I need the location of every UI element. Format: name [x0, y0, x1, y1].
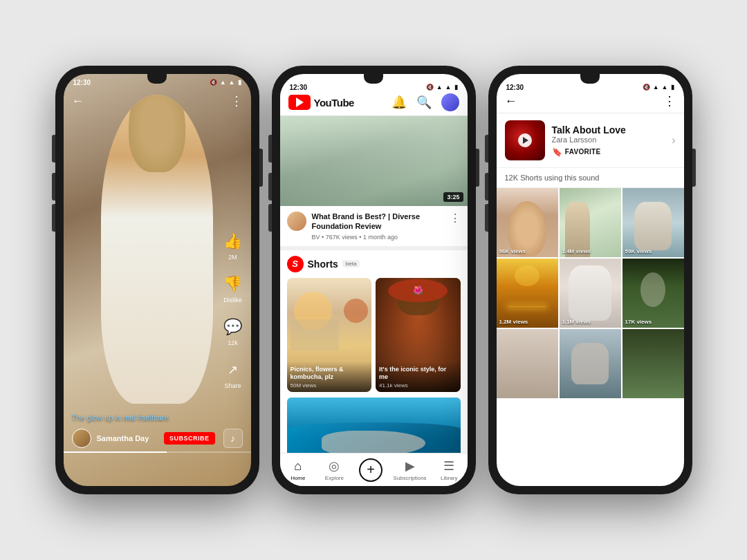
youtube-play-icon	[296, 97, 304, 107]
shorts-top-bar: ← ⋮	[64, 91, 251, 109]
grid-video-8[interactable]	[560, 329, 621, 398]
sig-icon-3: ▲	[653, 84, 659, 91]
youtube-logo-text: YouTube	[314, 97, 354, 109]
vol-icon-2: 🔇	[426, 84, 434, 91]
home-nav-icon: ⌂	[294, 459, 302, 474]
shorts-username: Samantha Day	[97, 434, 158, 442]
view-count: 767K views	[326, 234, 358, 241]
play-triangle-icon	[523, 137, 528, 144]
shorts-more-icon[interactable]: ⋮	[230, 93, 243, 109]
grid-thumb-2	[560, 188, 621, 257]
video-age: 1 month ago	[363, 234, 398, 241]
shorts-subscribe-button[interactable]: SUBSCRIBE	[164, 432, 215, 445]
video-meta: What Brand is Best? | Diverse Foundation…	[312, 212, 444, 241]
grid-views-6: 17K views	[625, 319, 652, 325]
shorts-section-header: S Shorts beta	[287, 256, 461, 272]
nav-library[interactable]: ☰ Library	[435, 458, 463, 481]
bat-icon-3: ▮	[671, 84, 674, 91]
short-title-2: It's the iconic style, for me	[379, 366, 457, 381]
wifi-icon-2: ▲	[445, 84, 452, 91]
shorts-back-icon[interactable]: ←	[72, 94, 84, 109]
hashtag[interactable]: #selfcare	[138, 413, 169, 422]
shorts-progress-fill	[64, 451, 167, 453]
cake	[640, 272, 665, 307]
grid-video-1[interactable]: 96K views	[497, 188, 558, 257]
sig-icon-2: ▲	[436, 84, 443, 91]
grid-thumb-6	[622, 259, 684, 328]
user-avatar[interactable]	[441, 93, 459, 111]
thumbnail-overlay	[280, 116, 468, 206]
video-info-row: What Brand is Best? | Diverse Foundation…	[280, 206, 468, 246]
grid-video-6[interactable]: 17K views	[622, 259, 684, 328]
sound-title: Talk About Love	[552, 124, 665, 136]
grid-video-7[interactable]	[497, 329, 558, 398]
sound-play-button[interactable]	[518, 133, 532, 147]
grid-thumb-5	[560, 259, 621, 328]
video-more-icon[interactable]: ⋮	[450, 212, 461, 225]
channel-name: BV	[312, 234, 320, 241]
youtube-logo[interactable]: YouTube	[288, 95, 354, 110]
comment-action[interactable]: 💬 12k	[222, 316, 244, 346]
more-options-icon[interactable]: ⋮	[663, 93, 676, 109]
lib-nav-icon: ☰	[443, 458, 454, 474]
video-thumbnail[interactable]: 3:25	[280, 116, 468, 206]
like-icon: 👍	[222, 230, 244, 252]
nav-home[interactable]: ⌂ Home	[284, 459, 312, 481]
like-action[interactable]: 👍 2M	[222, 230, 244, 261]
video-sub-info: BV • 767K views • 1 month ago	[312, 234, 444, 241]
shorts-beta-badge: beta	[342, 260, 360, 268]
youtube-header-icons: 🔔 🔍	[391, 93, 459, 111]
white-coat-person	[569, 265, 611, 321]
grid-video-2[interactable]: 1.4M views	[560, 188, 621, 257]
dislike-action[interactable]: 👎 Dislike	[222, 273, 244, 304]
volume-icon: 🔇	[210, 79, 217, 86]
grid-thumb-3	[622, 188, 684, 257]
videos-grid: 96K views 1.4M views 59K views	[497, 188, 684, 398]
create-plus-icon: +	[359, 458, 382, 482]
short-item-1[interactable]: Picnics, flowers & kombucha, plz 50M vie…	[287, 278, 372, 392]
youtube-content[interactable]: 3:25 What Brand is Best? | Diverse Found…	[280, 116, 468, 469]
phone-youtube-home: 12:30 🔇 ▲ ▲ ▮ YouTube 🔔 🔍	[272, 66, 476, 494]
notification-icon[interactable]: 🔔	[391, 95, 407, 110]
comment-icon: 💬	[222, 316, 244, 338]
notch	[147, 74, 167, 84]
short-item-2[interactable]: 🌺 It's the iconic style, for me 41.1k vi…	[376, 278, 461, 392]
favorite-label: FAVORITE	[565, 148, 601, 156]
share-action[interactable]: ↗ Share	[222, 359, 244, 389]
grid-video-9[interactable]	[622, 329, 684, 398]
sound-artist: Zara Larsson	[552, 136, 665, 144]
shorts-progress-bar	[64, 451, 251, 453]
grid-thumb-9	[622, 329, 684, 398]
shorts-section-title: Shorts	[308, 259, 338, 270]
back-button[interactable]: ←	[505, 94, 517, 109]
nav-explore-label: Explore	[325, 475, 344, 481]
short-title-1: Picnics, flowers & kombucha, plz	[290, 366, 369, 381]
signal-icon: ▲	[220, 79, 226, 86]
status-icons: 🔇 ▲ ▲ ▮	[210, 79, 241, 86]
nav-explore[interactable]: ◎ Explore	[320, 458, 348, 481]
sound-favorite-button[interactable]: 🔖 FAVORITE	[552, 147, 665, 157]
channel-avatar[interactable]	[287, 212, 306, 231]
shorts-section: S Shorts beta	[280, 246, 468, 469]
grid-video-5[interactable]: 1.1M views	[560, 259, 621, 328]
sound-page-content: 96K views 1.4M views 59K views	[497, 188, 684, 486]
grid-video-3[interactable]: 59K views	[622, 188, 684, 257]
notch-3	[580, 74, 600, 84]
thumbnail-image	[280, 116, 468, 206]
nav-create[interactable]: +	[357, 458, 385, 482]
short-overlay-2: It's the iconic style, for me 41.1k view…	[376, 362, 461, 392]
video-title[interactable]: What Brand is Best? | Diverse Foundation…	[312, 212, 444, 232]
grid-views-3: 59K views	[625, 248, 652, 254]
sound-chevron-icon[interactable]: ›	[672, 134, 675, 147]
grid-views-4: 1.2M views	[499, 319, 528, 325]
grid-video-4[interactable]: 1.2M views	[497, 259, 558, 328]
search-icon[interactable]: 🔍	[416, 95, 432, 110]
shorts-music-button[interactable]: ♪	[223, 429, 243, 448]
nav-subscriptions[interactable]: ▶ Subscriptions	[394, 458, 427, 481]
nav-library-label: Library	[441, 475, 457, 481]
shorts-bottom: The glow up is real #selfcare Samantha D…	[64, 413, 251, 448]
battery-icon: ▮	[238, 79, 241, 86]
grid-thumb-1	[497, 188, 558, 257]
status-icons-3: 🔇 ▲ ▲ ▮	[643, 84, 674, 91]
status-time: 12:30	[73, 79, 91, 86]
